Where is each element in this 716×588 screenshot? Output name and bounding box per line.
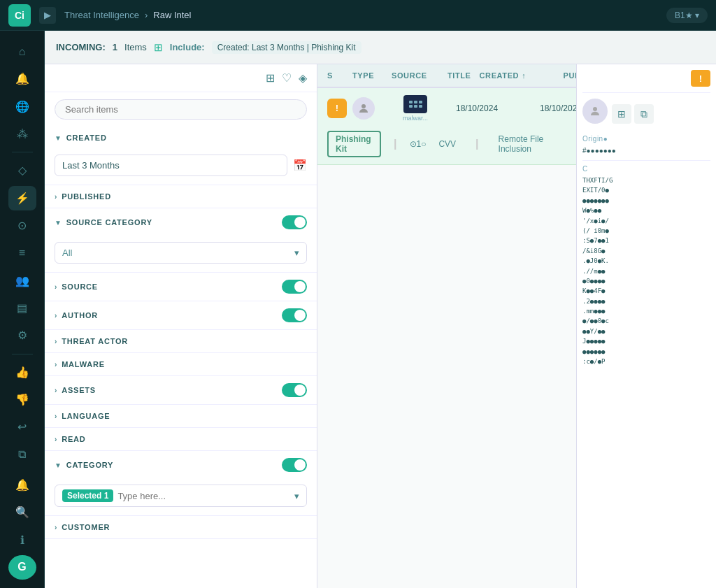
filter-section-created: ▼ CREATED Last 3 Months Last 1 Month Las… — [45, 127, 317, 185]
filter-header-malware[interactable]: › MALWARE — [45, 353, 317, 375]
malware-chevron-icon: › — [55, 361, 57, 368]
assets-toggle[interactable] — [282, 383, 307, 397]
category-multi-select[interactable]: Selected 1 ▾ — [55, 485, 307, 507]
nav-settings-icon[interactable]: ⚙ — [8, 323, 36, 347]
org-selector[interactable]: B1★ ▾ — [666, 8, 708, 23]
filter-header-created[interactable]: ▼ CREATED — [45, 127, 317, 149]
filter-header-source[interactable]: › SOURCE — [45, 273, 317, 301]
language-label: LANGUAGE — [62, 412, 110, 420]
source-category-toggle[interactable] — [282, 215, 307, 229]
category-selected-badge: Selected 1 — [62, 489, 113, 502]
breadcrumb-threat[interactable]: Threat Intelligence — [64, 10, 139, 20]
nav-home-icon[interactable]: ⌂ — [8, 39, 36, 64]
nav-notif-icon[interactable]: 🔔 — [8, 473, 36, 497]
nav-globe-icon[interactable]: 🌐 — [8, 94, 36, 119]
published-chevron-icon: › — [55, 193, 57, 201]
category-type-input[interactable] — [117, 491, 290, 501]
published-label: PUBLISHED — [62, 192, 111, 201]
search-input[interactable] — [55, 99, 307, 120]
filter-section-author: › AUTHOR — [45, 301, 317, 330]
filter-adjust-icon[interactable]: ⊞ — [154, 41, 163, 54]
expand-button[interactable]: ▶ — [39, 7, 56, 24]
tag-rfi[interactable]: Remote File Inclusion — [492, 132, 566, 156]
right-panel-copy-icon[interactable]: ⧉ — [634, 104, 654, 124]
filter-heart-icon[interactable]: ♡ — [282, 71, 292, 85]
breadcrumb-raw: Raw Intel — [153, 10, 191, 20]
nav-shield-icon[interactable]: ◇ — [8, 158, 36, 182]
filter-header-category[interactable]: ▼ CATEGORY — [45, 451, 317, 479]
th-source: SOURCE — [387, 64, 443, 87]
breadcrumb: Threat Intelligence › Raw Intel — [64, 10, 192, 20]
filter-header-read[interactable]: › READ — [45, 428, 317, 450]
nav-divider-1 — [12, 152, 33, 152]
source-label: SOURCE — [62, 282, 98, 291]
filter-section-category: ▼ CATEGORY Selected 1 ▾ — [45, 451, 317, 516]
nav-copy-icon[interactable]: ⧉ — [8, 442, 36, 466]
th-type: TYPE — [348, 64, 387, 87]
nav-alerts-icon[interactable]: 🔔 — [8, 66, 36, 91]
threat-actor-label: THREAT ACTOR — [62, 337, 128, 345]
app-logo: Ci — [8, 4, 31, 27]
filter-section-published: › PUBLISHED — [45, 185, 317, 208]
tag-sep2: | — [468, 136, 485, 152]
nav-thumbdown-icon[interactable]: 👎 — [8, 387, 36, 412]
filter-header-customer[interactable]: › CUSTOMER — [45, 516, 317, 538]
filter-sliders-icon[interactable]: ⊞ — [266, 71, 275, 85]
filter-panel: ⊞ ♡ ◈ ▼ CREATED — [45, 64, 317, 588]
th-created[interactable]: CREATED ↑ — [475, 64, 559, 87]
source-category-select[interactable]: All ▾ — [55, 242, 307, 264]
source-cell: malwar... — [387, 89, 443, 127]
main-area: INCOMING: 1 Items ⊞ Include: Created: La… — [45, 31, 716, 588]
category-toggle[interactable] — [282, 458, 307, 472]
filter-tag[interactable]: Created: Last 3 Months | Phishing Kit — [212, 41, 361, 54]
source-category-dropdown-wrap: All ▾ — [45, 236, 317, 272]
nav-reply-icon[interactable]: ↩ — [8, 415, 36, 439]
calendar-icon[interactable]: 📅 — [293, 159, 307, 172]
tag-cvv[interactable]: CVV — [431, 137, 463, 151]
source-category-label: SOURCE CATEGORY — [66, 218, 152, 227]
filter-header-language[interactable]: › LANGUAGE — [45, 405, 317, 427]
threat-actor-chevron-icon: › — [55, 338, 57, 345]
customer-label: CUSTOMER — [62, 523, 110, 531]
language-chevron-icon: › — [55, 413, 57, 420]
right-panel-original-label: Origin● — [582, 135, 710, 143]
right-panel-code-label: C — [582, 165, 710, 173]
tag-phishing[interactable]: Phishing Kit — [327, 131, 381, 157]
created-date-wrap: Last 3 Months Last 1 Month Last 6 Months… — [45, 149, 317, 185]
nav-chart-icon[interactable]: ▤ — [8, 296, 36, 320]
include-label: Include: — [170, 42, 205, 52]
right-panel-original-text: #●●●●●●● — [582, 145, 710, 156]
incoming-items-label: Items — [124, 42, 147, 52]
nav-warning-icon[interactable]: ⊙ — [8, 213, 36, 238]
user-avatar-icon[interactable]: G — [8, 555, 36, 580]
created-date-select[interactable]: Last 3 Months Last 1 Month Last 6 Months… — [55, 155, 287, 176]
filter-section-assets: › ASSETS — [45, 376, 317, 405]
icon-sidebar: ⌂ 🔔 🌐 ⁂ ◇ ⚡ ⊙ ≡ 👥 ▤ ⚙ 👍 👎 ↩ ⧉ 🔔 🔍 ℹ G — [0, 31, 45, 588]
nav-library-icon[interactable]: ≡ — [8, 241, 36, 265]
nav-info-icon[interactable]: ℹ — [8, 527, 36, 552]
source-icon — [403, 95, 427, 113]
author-toggle[interactable] — [282, 308, 307, 322]
filter-header-published[interactable]: › PUBLISHED — [45, 185, 317, 208]
filter-header-threat-actor[interactable]: › THREAT ACTOR — [45, 330, 317, 352]
nav-group-icon[interactable]: 👥 — [8, 268, 36, 293]
filter-header-source-category[interactable]: ▼ SOURCE CATEGORY — [45, 208, 317, 236]
sort-icon: ↑ — [522, 71, 526, 80]
filter-bookmark-icon[interactable]: ◈ — [299, 71, 307, 85]
table-row[interactable]: ! — [317, 88, 576, 165]
filter-header-author[interactable]: › AUTHOR — [45, 301, 317, 329]
source-toggle[interactable] — [282, 280, 307, 294]
nav-link-icon[interactable]: ⁂ — [8, 122, 36, 146]
filter-header-assets[interactable]: › ASSETS — [45, 376, 317, 404]
incoming-count: 1 — [113, 42, 117, 52]
nav-analysis-icon[interactable]: ⚡ — [8, 186, 36, 210]
nav-search-icon[interactable]: 🔍 — [8, 500, 36, 524]
nav-divider-2 — [12, 354, 33, 354]
filter-top-actions: ⊞ ♡ ◈ — [45, 64, 317, 92]
right-panel-table-icon[interactable]: ⊞ — [612, 104, 631, 124]
th-published: PUBLISHED — [559, 64, 576, 87]
top-nav: Ci ▶ Threat Intelligence › Raw Intel B1★… — [0, 0, 716, 31]
category-chevron-icon: ▼ — [55, 461, 62, 469]
nav-thumbup-icon[interactable]: 👍 — [8, 359, 36, 384]
table-header: S TYPE SOURCE TITLE CREATED ↑ PUBLISHED … — [317, 64, 576, 88]
